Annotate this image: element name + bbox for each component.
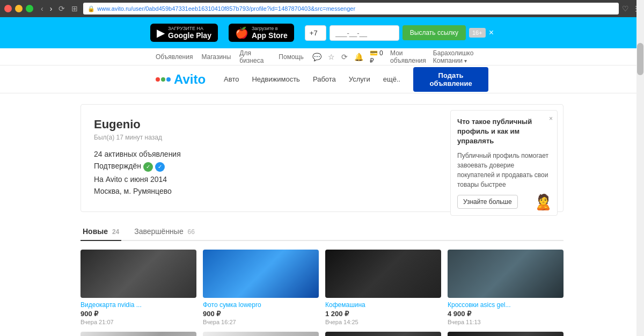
maximize-btn[interactable] <box>26 5 33 12</box>
listing-card[interactable]: Слайд Сканер (фи... 7 000 ₽ 13 июня 05:4… <box>203 332 319 337</box>
profile-last-seen: Был(а) 17 минут назад <box>94 134 496 141</box>
lock-icon: 🔒 <box>87 5 95 12</box>
company-suffix: Компании <box>433 57 463 64</box>
profile-name: Eugenio <box>94 118 496 132</box>
verified-badges: ✓ ✓ <box>143 162 165 172</box>
minimize-btn[interactable] <box>15 5 23 12</box>
listing-date: Вчера 11:13 <box>448 319 564 325</box>
listing-title: Фото сумка lowepro <box>203 301 319 309</box>
listing-card[interactable]: Кроссовки asics gel... 4 900 ₽ Вчера 11:… <box>448 250 564 325</box>
bookmark-icon[interactable]: ♡ <box>622 4 629 13</box>
tip-text: Публичный профиль помогает завоевать дов… <box>457 151 551 189</box>
google-play-icon: ▶ <box>157 26 165 39</box>
banner-close-button[interactable]: × <box>489 28 494 38</box>
logo-dots <box>156 77 171 82</box>
listing-price: 900 ₽ <box>203 310 319 318</box>
badge-green-icon: ✓ <box>143 162 153 172</box>
tab-completed-count: 66 <box>188 228 195 236</box>
nav-jobs[interactable]: Работа <box>313 75 336 83</box>
scrollbar-thumb[interactable] <box>637 43 643 75</box>
google-play-button[interactable]: ▶ ЗАГРУЗИТЕ НА Google Play <box>150 24 218 42</box>
tip-learn-more-button[interactable]: Узнайте больше <box>457 195 518 209</box>
app-store-prefix: Загрузите в <box>252 26 288 31</box>
forward-button[interactable]: › <box>48 3 55 14</box>
sub-nav-announcements[interactable]: Объявления <box>156 53 193 61</box>
message-icon[interactable]: 💬 <box>312 53 321 61</box>
tabs-row: Новые 24 Завершённые 66 <box>80 223 564 241</box>
top-banner: ▶ ЗАГРУЗИТЕ НА Google Play 🍎 Загрузите в… <box>0 17 644 48</box>
listing-card[interactable]: Xiaomi Mi 5 наклад... 400 ₽ 18 июня 12:3… <box>80 332 196 337</box>
address-text: www.avito.ru/user/0abd459b47331eeb163104… <box>97 5 614 12</box>
listing-card[interactable]: Объектив Minolta 2... 24 500 ₽ 9 июня 12… <box>325 332 441 337</box>
listing-card[interactable]: Кофемашина 1 200 ₽ Вчера 14:25 <box>325 250 441 325</box>
nav-services[interactable]: Услуги <box>349 75 370 83</box>
back-button[interactable]: ‹ <box>39 3 46 14</box>
nav-more[interactable]: ещё.. <box>383 75 400 83</box>
company-dropdown[interactable]: Барахолишко Компании ▾ <box>433 49 488 64</box>
listing-image <box>80 332 196 337</box>
tab-new-count: 24 <box>112 228 119 236</box>
main-nav: Avito Авто Недвижимость Работа Услуги ещ… <box>0 65 644 93</box>
profile-info: Eugenio Был(а) 17 минут назад 24 активны… <box>94 118 496 199</box>
sub-nav-shops[interactable]: Магазины <box>201 53 231 61</box>
send-link-button[interactable]: Выслать ссылку <box>402 25 466 40</box>
listing-card[interactable]: Видеокарта nvidia ... 900 ₽ Вчера 21:07 <box>80 250 196 325</box>
listing-image <box>80 250 196 298</box>
badge-blue-icon: ✓ <box>155 162 165 172</box>
listing-date: Вчера 16:27 <box>203 319 319 325</box>
profile-verified: Подтверждён ✓ ✓ <box>94 162 496 172</box>
age-badge: 16+ <box>469 28 486 38</box>
nav-realty[interactable]: Недвижимость <box>252 75 299 83</box>
extensions-button[interactable]: ⊞ <box>69 3 80 14</box>
listing-image <box>203 250 319 298</box>
app-store-label: App Store <box>252 31 288 40</box>
close-btn[interactable] <box>4 5 12 12</box>
sub-nav-help[interactable]: Помощь <box>279 53 303 61</box>
listing-title: Кофемашина <box>325 301 441 309</box>
profile-active-ads: 24 активных объявления <box>94 150 496 158</box>
browser-chrome: ‹ › ⟳ ⊞ 🔒 www.avito.ru/user/0abd459b4733… <box>0 0 644 17</box>
company-name: Барахолишко <box>433 49 474 57</box>
listing-price: 1 200 ₽ <box>325 310 441 318</box>
dot-green <box>161 77 165 82</box>
bell-icon[interactable]: 🔔 <box>354 53 363 61</box>
dot-red <box>156 77 160 82</box>
balance-display: 💳 0 ₽ <box>370 49 384 64</box>
refresh-icon[interactable]: ⟳ <box>341 53 348 61</box>
tip-illustration-icon: 🙎 <box>534 193 553 211</box>
listing-image <box>325 250 441 298</box>
my-ads-link[interactable]: Мои объявления <box>390 49 427 64</box>
sub-nav-business[interactable]: Для бизнеса <box>239 49 270 64</box>
scrollbar[interactable] <box>636 0 644 336</box>
address-bar[interactable]: 🔒 www.avito.ru/user/0abd459b47331eeb1631… <box>83 3 619 14</box>
listing-card[interactable]: Фото сумка lowepro 900 ₽ Вчера 16:27 <box>203 250 319 325</box>
star-icon[interactable]: ☆ <box>328 53 335 61</box>
refresh-button[interactable]: ⟳ <box>56 3 67 14</box>
listing-image <box>448 332 564 337</box>
logo[interactable]: Avito <box>156 72 206 87</box>
tip-close-button[interactable]: × <box>549 115 553 122</box>
post-ad-button[interactable]: Подать объявление <box>413 67 488 92</box>
apple-icon: 🍎 <box>235 26 248 39</box>
nav-buttons: ‹ › ⟳ ⊞ <box>39 3 80 14</box>
google-play-prefix: ЗАГРУЗИТЕ НА <box>168 26 211 31</box>
app-store-button[interactable]: 🍎 Загрузите в App Store <box>229 24 294 42</box>
sub-nav: Объявления Магазины Для бизнеса Помощь 💬… <box>0 48 644 65</box>
listing-image <box>203 332 319 337</box>
logo-text: Avito <box>174 72 206 87</box>
tip-box: × Что такое публичный профиль и как им у… <box>450 110 558 216</box>
nav-auto[interactable]: Авто <box>224 75 239 83</box>
profile-location: Москва, м. Румянцево <box>94 187 496 195</box>
sub-nav-right: 💬 ☆ ⟳ 🔔 💳 0 ₽ Мои объявления Барахолишко… <box>312 49 488 64</box>
listing-card[interactable]: Фотоаппарат Minolt... 5 600 ₽ 4 июня 17:… <box>448 332 564 337</box>
listing-date: Вчера 21:07 <box>80 319 196 325</box>
listings-grid: Видеокарта nvidia ... 900 ₽ Вчера 21:07 … <box>80 250 564 337</box>
google-play-label: Google Play <box>168 31 211 40</box>
page-content: Eugenio Был(а) 17 минут назад 24 активны… <box>80 93 564 336</box>
listing-date: Вчера 14:25 <box>325 319 441 325</box>
phone-input[interactable] <box>330 25 399 41</box>
tab-new[interactable]: Новые 24 <box>80 223 121 240</box>
tab-completed[interactable]: Завершённые 66 <box>132 223 197 240</box>
listing-image <box>448 250 564 298</box>
tip-title: Что такое публичный профиль и как им упр… <box>457 117 551 147</box>
